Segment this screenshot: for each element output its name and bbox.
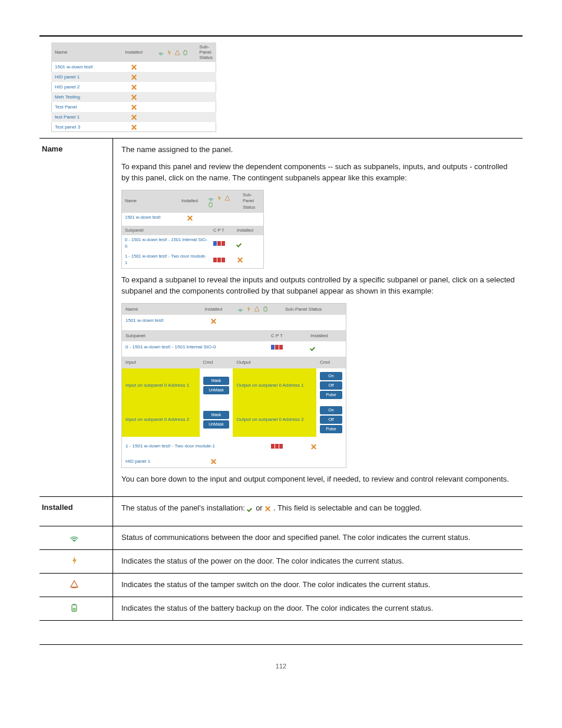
x-icon bbox=[310, 443, 317, 450]
cpt-icon bbox=[213, 241, 225, 246]
x-icon bbox=[187, 215, 193, 221]
pulse-button[interactable]: Pulse bbox=[320, 425, 342, 433]
s2-col-installed: Installed bbox=[175, 190, 204, 213]
s2-col-icons bbox=[204, 190, 240, 213]
col-installed: Installed bbox=[114, 42, 154, 62]
pulse-button[interactable]: Pulse bbox=[320, 391, 342, 399]
field-definitions-table: Name The name assigned to the panel. To … bbox=[39, 138, 523, 621]
name-desc-3: To expand a subpanel to reveal the input… bbox=[121, 275, 517, 297]
x-icon bbox=[237, 256, 243, 263]
off-button[interactable]: Off bbox=[320, 416, 342, 424]
svg-rect-10 bbox=[72, 587, 77, 588]
def-body-tamper: Indicates the status of the tamper switc… bbox=[113, 574, 523, 597]
x-icon bbox=[131, 104, 137, 110]
panel-link[interactable]: 1501 w-down test! bbox=[55, 64, 93, 70]
svg-point-6 bbox=[240, 311, 241, 312]
x-icon bbox=[131, 74, 137, 80]
check-icon bbox=[247, 505, 254, 512]
panel-link[interactable]: 1501 w-down test! bbox=[125, 318, 164, 323]
battery-icon bbox=[183, 50, 189, 55]
s3-col-cmd-in: Cmd bbox=[200, 357, 233, 368]
name-desc-4: You can bore down to the input and outpu… bbox=[121, 474, 517, 485]
subpanel-link[interactable]: 1 - 1501 w-down test! - Two door module-… bbox=[125, 443, 215, 449]
power-icon bbox=[216, 195, 222, 201]
name-desc-2: To expand this panel and review the depe… bbox=[121, 162, 517, 184]
panel-link[interactable]: Test Panel bbox=[55, 104, 77, 110]
def-label-tamper bbox=[39, 574, 113, 597]
installed-text-post: . This field is selectable and can be to… bbox=[273, 503, 422, 512]
s2-col-status: Sub-Panel Status bbox=[240, 190, 263, 213]
subpanel-link[interactable]: 0 - 1501 w-down test! - 1501 Internal SI… bbox=[125, 344, 216, 350]
panel-link[interactable]: 1501 w-down test! bbox=[125, 215, 161, 220]
x-icon bbox=[131, 64, 137, 70]
subpanel-screenshot: Name Installed Sub-Panel Status 15 bbox=[121, 190, 264, 269]
svg-rect-2 bbox=[185, 50, 186, 51]
input-link[interactable]: Input on subpanel 0 Address 1 bbox=[125, 383, 189, 388]
power-icon bbox=[166, 50, 172, 55]
page-top-rule bbox=[39, 35, 523, 37]
s3-col-cmd-out: Cmd bbox=[316, 357, 346, 368]
battery-icon bbox=[70, 603, 79, 612]
col-subpanel-status: Sub-Panel Status bbox=[196, 42, 216, 62]
page-bottom-rule bbox=[39, 644, 523, 645]
svg-point-0 bbox=[160, 54, 161, 55]
output-link[interactable]: Output on subpanel 0 Address 2 bbox=[236, 417, 303, 422]
s3-col-status: Sub-Panel Status bbox=[282, 304, 346, 315]
svg-rect-4 bbox=[209, 203, 212, 207]
s3-col-input: Input bbox=[122, 357, 200, 368]
svg-rect-8 bbox=[265, 307, 266, 307]
mask-button[interactable]: Mask bbox=[203, 377, 230, 385]
output-link[interactable]: Output on subpanel 0 Address 1 bbox=[236, 383, 303, 388]
svg-point-3 bbox=[210, 200, 211, 201]
panel-link[interactable]: HID panel 1 bbox=[125, 459, 150, 464]
on-button[interactable]: On bbox=[320, 406, 342, 414]
x-icon bbox=[265, 505, 271, 512]
svg-point-9 bbox=[74, 541, 75, 542]
unmask-button[interactable]: UnMask bbox=[203, 420, 230, 429]
power-icon bbox=[246, 306, 252, 312]
on-button[interactable]: On bbox=[320, 372, 342, 380]
panel-link[interactable]: Test panel 3 bbox=[55, 124, 80, 130]
def-body-installed: The status of the panel's installation: … bbox=[113, 497, 523, 526]
def-body-comm: Status of communications between the doo… bbox=[113, 526, 523, 550]
svg-rect-7 bbox=[264, 307, 267, 311]
panel-link[interactable]: HID panel 1 bbox=[55, 74, 80, 80]
unmask-button[interactable]: UnMask bbox=[203, 386, 230, 394]
tamper-icon bbox=[70, 579, 79, 589]
s3-col-icons bbox=[233, 304, 282, 315]
comm-icon bbox=[70, 532, 79, 542]
s3-col-installed: Installed bbox=[194, 304, 233, 315]
x-icon bbox=[131, 124, 137, 130]
tamper-icon bbox=[224, 195, 230, 201]
mask-button[interactable]: Mask bbox=[203, 411, 230, 419]
subpanel-link[interactable]: 0 - 1501 w-down test! - 1501 Internal SI… bbox=[125, 237, 207, 249]
tamper-icon bbox=[254, 306, 260, 312]
def-body-power: Indicates the status of the power on the… bbox=[113, 550, 523, 574]
power-icon bbox=[70, 556, 79, 565]
cpt-icon bbox=[271, 345, 283, 350]
x-icon bbox=[210, 458, 217, 465]
off-button[interactable]: Off bbox=[320, 381, 342, 390]
panel-list-screenshot: Name Installed Sub-Panel Status 1501 w-d… bbox=[51, 42, 216, 132]
name-desc-1: The name assigned to the panel. bbox=[121, 144, 517, 156]
svg-rect-1 bbox=[184, 51, 187, 55]
cpt-icon bbox=[271, 444, 283, 449]
col-status-icons bbox=[154, 42, 196, 62]
panel-link[interactable]: test Panel 1 bbox=[55, 114, 80, 120]
x-icon bbox=[131, 114, 137, 120]
input-link[interactable]: Input on subpanel 0 Address 2 bbox=[125, 417, 189, 422]
subpanel-link[interactable]: 1 - 1501 w-down test! - Two door module-… bbox=[125, 253, 206, 265]
tamper-icon bbox=[174, 50, 180, 55]
s2-col-name: Name bbox=[122, 190, 175, 213]
s3-col-installed2: Installed bbox=[307, 330, 346, 342]
svg-rect-5 bbox=[210, 202, 211, 203]
panel-link[interactable]: Meh Testing bbox=[55, 94, 80, 100]
check-icon bbox=[237, 241, 243, 247]
panel-link[interactable]: HID panel 2 bbox=[55, 84, 80, 90]
x-icon bbox=[210, 318, 217, 324]
battery-icon bbox=[263, 306, 269, 312]
x-icon bbox=[131, 94, 137, 100]
col-name: Name bbox=[51, 42, 114, 62]
cpt-icon bbox=[213, 258, 225, 262]
installed-text-pre: The status of the panel's installation: bbox=[121, 503, 247, 512]
